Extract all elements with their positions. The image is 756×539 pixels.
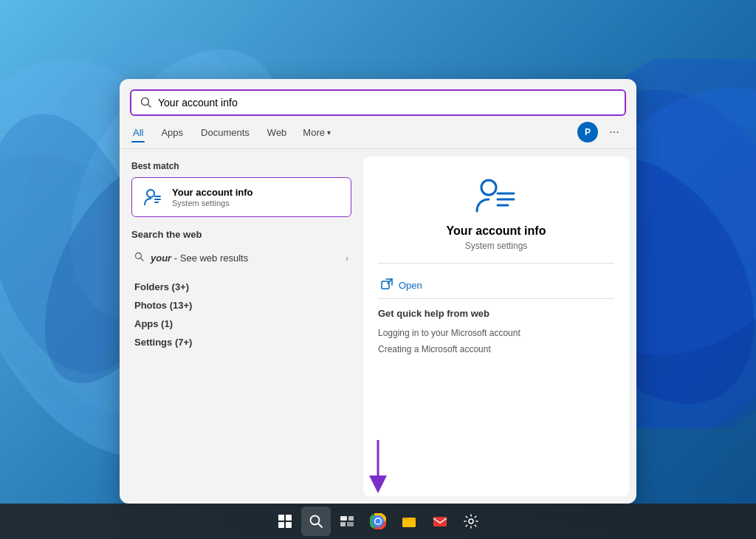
search-bar-container: [120, 79, 636, 116]
svg-rect-31: [348, 516, 354, 521]
detail-title: Your account info: [378, 224, 614, 238]
search-icon: [140, 97, 152, 109]
category-apps[interactable]: Apps (1): [131, 315, 351, 333]
taskbar-search-button[interactable]: [301, 507, 331, 536]
search-tabs: All Apps Documents Web More ▾ P ···: [120, 116, 636, 143]
best-match-item[interactable]: Your account info System settings: [131, 177, 351, 217]
web-search-icon: [134, 252, 145, 264]
best-match-label: Best match: [131, 161, 351, 171]
chevron-right-icon: ›: [346, 253, 348, 264]
search-panel: All Apps Documents Web More ▾ P ··· Best…: [120, 79, 636, 504]
more-options-button[interactable]: ···: [604, 122, 625, 143]
detail-divider-2: [378, 298, 614, 299]
category-settings[interactable]: Settings (7+): [131, 333, 351, 351]
quick-help-item-1[interactable]: Logging in to your Microsoft account: [378, 325, 614, 341]
taskbar-mail-button[interactable]: [425, 507, 455, 536]
detail-subtitle: System settings: [378, 241, 614, 251]
svg-rect-30: [340, 516, 347, 521]
svg-rect-27: [286, 522, 292, 528]
svg-rect-41: [433, 517, 447, 526]
quick-help-label: Get quick help from web: [378, 308, 614, 319]
profile-badge[interactable]: P: [577, 122, 598, 143]
left-panel: Best match Your account info System sett…: [120, 149, 363, 504]
taskbar-settings-button[interactable]: [456, 507, 486, 536]
category-items: Folders (3+) Photos (13+) Apps (1) Setti…: [131, 278, 351, 351]
taskbar-start-button[interactable]: [270, 507, 300, 536]
web-search-item[interactable]: your - See web results ›: [131, 247, 351, 269]
tab-all[interactable]: All: [131, 123, 145, 143]
svg-rect-32: [340, 522, 346, 526]
best-match-title: Your account info: [172, 187, 253, 198]
search-content: Best match Your account info System sett…: [120, 149, 636, 504]
taskbar-icons: [270, 507, 486, 536]
tabs-right: P ···: [577, 122, 625, 143]
tab-more[interactable]: More ▾: [303, 127, 331, 138]
svg-line-17: [141, 258, 144, 261]
svg-line-29: [318, 523, 322, 527]
web-search-text: your - See web results: [151, 253, 248, 264]
open-label: Open: [399, 280, 422, 291]
category-photos[interactable]: Photos (13+): [131, 296, 351, 315]
svg-point-18: [481, 180, 496, 195]
category-photos-label: Photos (13+): [134, 300, 192, 311]
search-bar[interactable]: [130, 89, 626, 116]
svg-rect-24: [278, 515, 284, 521]
svg-rect-25: [286, 515, 292, 521]
taskbar-taskview-button[interactable]: [332, 507, 362, 536]
right-panel: Your account info System settings Open G…: [363, 157, 629, 496]
taskbar: [0, 504, 756, 539]
detail-icon: [378, 174, 614, 216]
category-folders[interactable]: Folders (3+): [131, 278, 351, 296]
taskbar-explorer-button[interactable]: [394, 507, 424, 536]
tab-web[interactable]: Web: [266, 123, 289, 143]
search-web-label: Search the web: [131, 229, 351, 240]
svg-point-12: [147, 190, 154, 197]
quick-help-item-2[interactable]: Creating a Microsoft account: [378, 341, 614, 357]
svg-rect-33: [347, 522, 354, 526]
svg-rect-26: [278, 522, 284, 528]
tab-apps[interactable]: Apps: [159, 123, 185, 143]
svg-point-42: [469, 519, 473, 523]
open-icon: [381, 278, 393, 292]
category-folders-label: Folders (3+): [134, 281, 189, 292]
svg-line-11: [148, 105, 151, 108]
tab-documents[interactable]: Documents: [199, 123, 251, 143]
web-search-left: your - See web results: [134, 252, 248, 264]
open-button[interactable]: Open: [378, 272, 614, 298]
svg-point-39: [376, 519, 381, 524]
best-match-subtitle: System settings: [172, 199, 253, 207]
detail-divider: [378, 263, 614, 264]
taskbar-chrome-button[interactable]: [363, 507, 393, 536]
category-settings-label: Settings (7+): [134, 337, 192, 348]
best-match-icon: [141, 185, 165, 209]
search-input[interactable]: [158, 97, 616, 109]
category-apps-label: Apps (1): [134, 318, 173, 329]
best-match-text: Your account info System settings: [172, 187, 253, 207]
